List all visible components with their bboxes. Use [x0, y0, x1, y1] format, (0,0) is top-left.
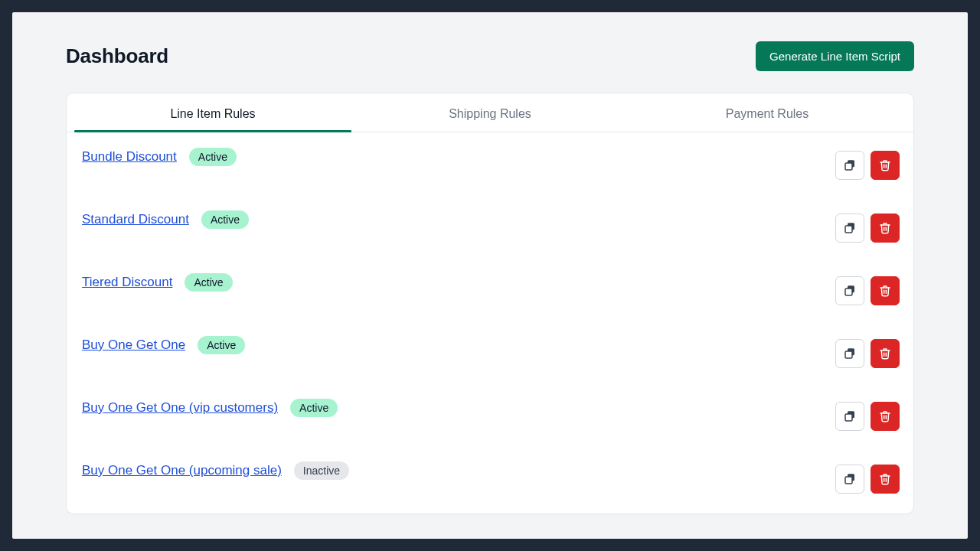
duplicate-button[interactable] [835, 214, 864, 243]
svg-rect-9 [845, 414, 852, 421]
status-badge: Active [201, 210, 249, 229]
delete-button[interactable] [871, 402, 900, 431]
tab-label: Line Item Rules [170, 107, 255, 120]
trash-icon [879, 222, 891, 234]
delete-button[interactable] [871, 214, 900, 243]
duplicate-button[interactable] [835, 276, 864, 305]
duplicate-button[interactable] [835, 465, 864, 494]
copy-icon [843, 472, 857, 486]
rule-left: Standard DiscountActive [82, 210, 249, 229]
tab-line-item-rules[interactable]: Line Item Rules [74, 93, 351, 132]
rule-name-link[interactable]: Buy One Get One (upcoming sale) [82, 463, 282, 478]
status-badge: Active [290, 399, 338, 417]
copy-icon [843, 409, 857, 423]
tab-shipping-rules[interactable]: Shipping Rules [351, 93, 629, 132]
delete-button[interactable] [871, 339, 900, 368]
rule-left: Bundle DiscountActive [82, 148, 237, 166]
rule-left: Buy One Get OneActive [82, 336, 245, 354]
copy-icon [843, 284, 857, 298]
svg-rect-11 [845, 477, 852, 484]
rule-actions [835, 210, 900, 243]
rule-left: Tiered DiscountActive [82, 273, 233, 292]
rules-list: Bundle DiscountActiveStandard DiscountAc… [67, 132, 913, 514]
page-header: Dashboard Generate Line Item Script [66, 41, 914, 71]
delete-button[interactable] [871, 151, 900, 180]
rule-actions [835, 148, 900, 180]
tab-label: Payment Rules [726, 107, 809, 120]
svg-rect-1 [845, 163, 852, 170]
rule-actions [835, 336, 900, 368]
duplicate-button[interactable] [835, 402, 864, 431]
svg-rect-5 [845, 289, 852, 295]
rule-row: Buy One Get One (vip customers)Active [67, 383, 913, 446]
trash-icon [879, 347, 891, 360]
rule-left: Buy One Get One (vip customers)Active [82, 399, 338, 417]
copy-icon [843, 221, 857, 235]
rule-row: Buy One Get One (upcoming sale)Inactive [67, 446, 913, 509]
rule-name-link[interactable]: Buy One Get One (vip customers) [82, 400, 278, 416]
delete-button[interactable] [871, 276, 900, 305]
trash-icon [879, 285, 891, 297]
rule-row: Buy One Get OneActive [67, 321, 913, 383]
rules-card: Line Item RulesShipping RulesPayment Rul… [66, 93, 914, 514]
rule-row: Bundle DiscountActive [67, 132, 913, 195]
rule-actions [835, 461, 900, 494]
rule-row: Tiered DiscountActive [67, 258, 913, 321]
status-badge: Active [198, 336, 245, 354]
rule-row: Standard DiscountActive [67, 195, 913, 258]
rule-name-link[interactable]: Buy One Get One [82, 337, 185, 353]
status-badge: Inactive [294, 461, 349, 480]
rule-left: Buy One Get One (upcoming sale)Inactive [82, 461, 349, 480]
rule-actions [835, 399, 900, 431]
rule-name-link[interactable]: Tiered Discount [82, 275, 172, 290]
duplicate-button[interactable] [835, 151, 864, 180]
trash-icon [879, 159, 891, 171]
tab-payment-rules[interactable]: Payment Rules [629, 93, 906, 132]
status-badge: Active [185, 273, 232, 292]
rule-actions [835, 273, 900, 305]
trash-icon [879, 410, 891, 422]
copy-icon [843, 158, 857, 172]
copy-icon [843, 347, 857, 360]
svg-rect-7 [845, 351, 852, 358]
trash-icon [879, 473, 891, 485]
duplicate-button[interactable] [835, 339, 864, 368]
generate-script-button[interactable]: Generate Line Item Script [756, 41, 914, 71]
rule-name-link[interactable]: Standard Discount [82, 212, 189, 227]
delete-button[interactable] [871, 465, 900, 494]
svg-rect-3 [845, 226, 852, 233]
tabs: Line Item RulesShipping RulesPayment Rul… [67, 93, 913, 132]
rule-name-link[interactable]: Bundle Discount [82, 149, 177, 165]
tab-label: Shipping Rules [449, 107, 531, 120]
page-title: Dashboard [66, 44, 168, 68]
status-badge: Active [189, 148, 237, 166]
